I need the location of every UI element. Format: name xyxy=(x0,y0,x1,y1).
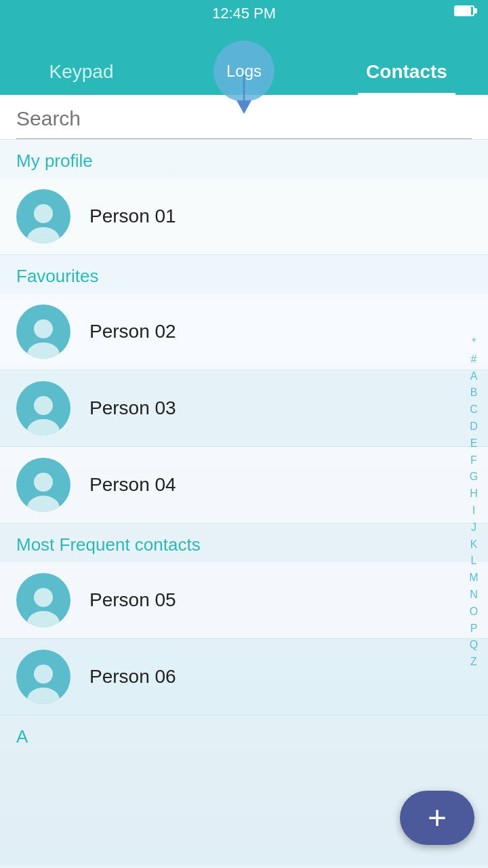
alpha-E[interactable]: E xyxy=(470,435,478,452)
alpha-N[interactable]: N xyxy=(470,587,478,604)
alpha-D[interactable]: D xyxy=(470,418,478,435)
section-header-favourites: Favourites xyxy=(0,255,488,294)
svg-point-4 xyxy=(34,319,53,338)
arrow-down-indicator xyxy=(234,75,254,118)
alpha-Q[interactable]: Q xyxy=(470,637,478,654)
svg-point-12 xyxy=(34,665,53,684)
svg-point-11 xyxy=(27,611,60,627)
avatar-person-05 xyxy=(16,573,70,627)
battery-fill xyxy=(455,7,471,15)
alpha-star[interactable]: * xyxy=(472,334,476,351)
alpha-P[interactable]: P xyxy=(470,620,478,637)
contact-row-person-03[interactable]: Person 03 xyxy=(0,370,488,447)
alpha-O[interactable]: O xyxy=(470,604,478,620)
svg-point-10 xyxy=(34,588,53,607)
alpha-M[interactable]: M xyxy=(469,570,478,587)
contact-name-person-06: Person 06 xyxy=(89,666,176,688)
alpha-A[interactable]: A xyxy=(470,368,478,385)
alpha-H[interactable]: H xyxy=(470,486,478,502)
alpha-L[interactable]: L xyxy=(471,553,477,570)
alpha-J[interactable]: J xyxy=(471,519,476,536)
avatar-person-02 xyxy=(16,304,70,359)
tab-keypad[interactable]: Keypad xyxy=(0,61,163,95)
contact-row-person-04[interactable]: Person 04 xyxy=(0,447,488,524)
add-icon: + xyxy=(428,802,447,834)
contact-name-person-02: Person 02 xyxy=(89,321,176,342)
alpha-C[interactable]: C xyxy=(470,401,478,418)
section-header-a: A xyxy=(0,715,488,754)
avatar-person-01 xyxy=(16,189,70,243)
tab-contacts[interactable]: Contacts xyxy=(325,61,488,95)
contact-name-person-01: Person 01 xyxy=(89,205,176,227)
alpha-G[interactable]: G xyxy=(470,469,478,486)
avatar-person-06 xyxy=(16,650,70,704)
add-contact-fab[interactable]: + xyxy=(400,791,474,845)
alpha-K[interactable]: K xyxy=(470,536,478,553)
avatar-person-04 xyxy=(16,458,70,512)
avatar-person-03 xyxy=(16,381,70,435)
svg-marker-1 xyxy=(237,100,251,114)
contact-name-person-05: Person 05 xyxy=(89,589,176,611)
contact-row-person-02[interactable]: Person 02 xyxy=(0,294,488,370)
alphabet-sidebar: * # A B C D E F G H I J K L M N O P Q Z xyxy=(460,140,488,865)
contact-row-person-05[interactable]: Person 05 xyxy=(0,562,488,639)
svg-point-9 xyxy=(27,496,60,512)
contact-row-person-01[interactable]: Person 01 xyxy=(0,178,488,255)
alpha-F[interactable]: F xyxy=(470,452,477,469)
svg-point-8 xyxy=(34,473,53,492)
battery-icon xyxy=(454,5,474,16)
contact-row-person-06[interactable]: Person 06 xyxy=(0,639,488,715)
contact-name-person-03: Person 03 xyxy=(89,397,176,419)
section-header-most-frequent: Most Frequent contacts xyxy=(0,524,488,562)
alpha-I[interactable]: I xyxy=(472,502,475,519)
contact-name-person-04: Person 04 xyxy=(89,474,176,496)
status-bar: 12:45 PM xyxy=(0,0,488,27)
svg-point-5 xyxy=(27,342,60,359)
svg-point-3 xyxy=(27,227,60,243)
alpha-Z[interactable]: Z xyxy=(470,654,477,671)
contacts-content: * # A B C D E F G H I J K L M N O P Q Z … xyxy=(0,140,488,865)
section-header-my-profile: My profile xyxy=(0,140,488,178)
svg-point-13 xyxy=(27,688,60,704)
svg-point-2 xyxy=(34,204,53,223)
alpha-B[interactable]: B xyxy=(470,384,478,401)
alpha-hash[interactable]: # xyxy=(471,351,477,368)
svg-point-6 xyxy=(34,396,53,415)
status-time: 12:45 PM xyxy=(212,5,276,22)
svg-point-7 xyxy=(27,419,60,435)
